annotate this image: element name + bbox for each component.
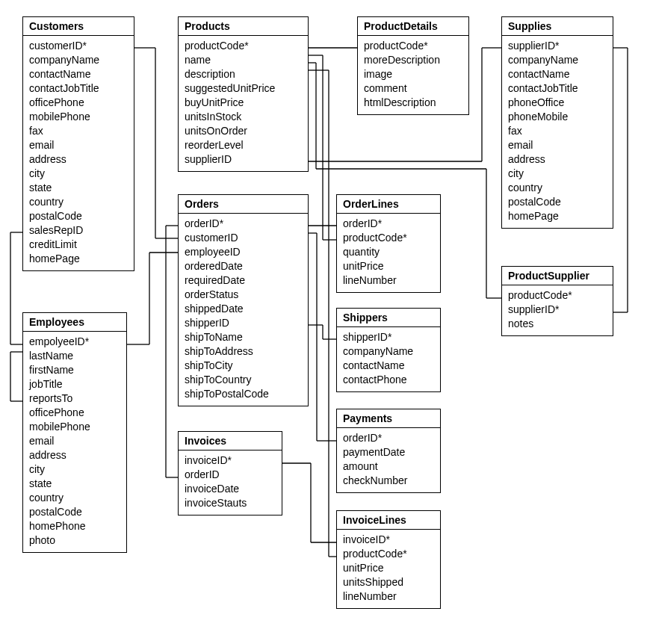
entity-title-supplies: Supplies xyxy=(502,17,613,36)
entity-products: ProductsproductCode*namedescriptionsugge… xyxy=(178,16,309,172)
field: state xyxy=(29,181,128,195)
field: employeeID xyxy=(185,245,302,259)
field: fax xyxy=(29,124,128,138)
entity-productsupplier: ProductSupplierproductCode*supplierID*no… xyxy=(501,266,613,336)
entity-title-invoices: Invoices xyxy=(179,432,282,451)
entity-fields-productdetails: productCode*moreDescriptionimagecommenth… xyxy=(358,36,468,114)
field: quantity xyxy=(343,245,434,259)
entity-fields-invoicelines: invoiceID*productCode*unitPriceunitsShip… xyxy=(337,530,440,608)
field: orderedDate xyxy=(185,259,302,273)
field: unitPrice xyxy=(343,561,434,575)
field: paymentDate xyxy=(343,445,434,459)
field: productCode* xyxy=(508,288,607,303)
field: moreDescription xyxy=(364,53,462,67)
field: suggestedUnitPrice xyxy=(185,81,302,96)
field: companyName xyxy=(508,53,607,67)
field: country xyxy=(508,181,607,195)
field: customerID xyxy=(185,231,302,245)
field: buyUnitPrice xyxy=(185,96,302,110)
field: invoiceID* xyxy=(343,533,434,547)
field: lineNumber xyxy=(343,589,434,604)
field: companyName xyxy=(343,344,434,359)
field: homePage xyxy=(29,252,128,266)
entity-fields-orders: orderID*customerIDemployeeIDorderedDater… xyxy=(179,214,308,406)
field: shipToAddress xyxy=(185,344,302,359)
field: homePhone xyxy=(29,519,120,533)
field: productCode* xyxy=(364,39,462,53)
field: postalCode xyxy=(29,505,120,519)
entity-invoicelines: InvoiceLinesinvoiceID*productCode*unitPr… xyxy=(336,510,441,609)
field: companyName xyxy=(29,53,128,67)
field: salesRepID xyxy=(29,223,128,238)
entity-orders: OrdersorderID*customerIDemployeeIDordere… xyxy=(178,194,309,406)
field: lastName xyxy=(29,349,120,363)
field: empolyeeID* xyxy=(29,335,120,349)
field: orderID* xyxy=(343,217,434,231)
field: orderStatus xyxy=(185,288,302,302)
field: unitsShipped xyxy=(343,575,434,589)
field: lineNumber xyxy=(343,273,434,288)
field: email xyxy=(29,434,120,448)
field: requiredDate xyxy=(185,273,302,288)
field: invoiceStauts xyxy=(185,496,276,510)
field: htmlDescription xyxy=(364,96,462,110)
field: notes xyxy=(508,317,607,331)
entity-invoices: InvoicesinvoiceID*orderIDinvoiceDateinvo… xyxy=(178,431,282,515)
entity-title-productdetails: ProductDetails xyxy=(358,17,468,36)
field: shipToName xyxy=(185,330,302,344)
entity-employees: EmployeesempolyeeID*lastNamefirstNamejob… xyxy=(22,312,127,553)
field: orderID* xyxy=(185,217,302,231)
field: state xyxy=(29,477,120,491)
entity-title-employees: Employees xyxy=(23,313,126,332)
field: mobilePhone xyxy=(29,110,128,124)
field: supplierID xyxy=(185,152,302,167)
field: photo xyxy=(29,533,120,548)
entity-title-productsupplier: ProductSupplier xyxy=(502,267,613,285)
entity-fields-payments: orderID*paymentDateamountcheckNumber xyxy=(337,428,440,492)
field: phoneOffice xyxy=(508,96,607,110)
field: postalCode xyxy=(508,195,607,209)
entity-title-orderlines: OrderLines xyxy=(337,195,440,214)
entity-title-payments: Payments xyxy=(337,409,440,428)
field: city xyxy=(29,167,128,181)
field: name xyxy=(185,53,302,67)
entity-title-invoicelines: InvoiceLines xyxy=(337,511,440,530)
entity-supplies: SuppliessupplierID*companyNamecontactNam… xyxy=(501,16,613,229)
field: orderID* xyxy=(343,431,434,445)
entity-fields-customers: customerID*companyNamecontactNamecontact… xyxy=(23,36,134,270)
field: supplierID* xyxy=(508,303,607,317)
entity-title-orders: Orders xyxy=(179,195,308,214)
field: customerID* xyxy=(29,39,128,53)
field: shippedDate xyxy=(185,302,302,316)
field: shipperID* xyxy=(343,330,434,344)
field: fax xyxy=(508,124,607,138)
field: invoiceDate xyxy=(185,482,276,496)
field: creditLimit xyxy=(29,238,128,252)
field: mobilePhone xyxy=(29,420,120,434)
entity-fields-products: productCode*namedescriptionsuggestedUnit… xyxy=(179,36,308,171)
field: description xyxy=(185,67,302,81)
field: unitsInStock xyxy=(185,110,302,124)
field: country xyxy=(29,195,128,209)
field: unitsOnOrder xyxy=(185,124,302,138)
field: address xyxy=(29,152,128,167)
field: jobTitle xyxy=(29,377,120,391)
entity-title-products: Products xyxy=(179,17,308,36)
field: officePhone xyxy=(29,406,120,420)
entity-customers: CustomerscustomerID*companyNamecontactNa… xyxy=(22,16,134,271)
entity-fields-supplies: supplierID*companyNamecontactNamecontact… xyxy=(502,36,613,228)
field: unitPrice xyxy=(343,259,434,273)
entity-fields-employees: empolyeeID*lastNamefirstNamejobTitlerepo… xyxy=(23,332,126,552)
field: contactJobTitle xyxy=(508,81,607,96)
field: amount xyxy=(343,459,434,474)
entity-title-shippers: Shippers xyxy=(337,309,440,327)
entity-shippers: ShippersshipperID*companyNamecontactName… xyxy=(336,308,441,392)
entity-fields-invoices: invoiceID*orderIDinvoiceDateinvoiceStaut… xyxy=(179,451,282,515)
entity-fields-productsupplier: productCode*supplierID*notes xyxy=(502,285,613,335)
field: contactPhone xyxy=(343,373,434,387)
field: productCode* xyxy=(343,547,434,561)
entity-orderlines: OrderLinesorderID*productCode*quantityun… xyxy=(336,194,441,293)
field: comment xyxy=(364,81,462,96)
field: firstName xyxy=(29,363,120,377)
field: orderID xyxy=(185,468,276,482)
